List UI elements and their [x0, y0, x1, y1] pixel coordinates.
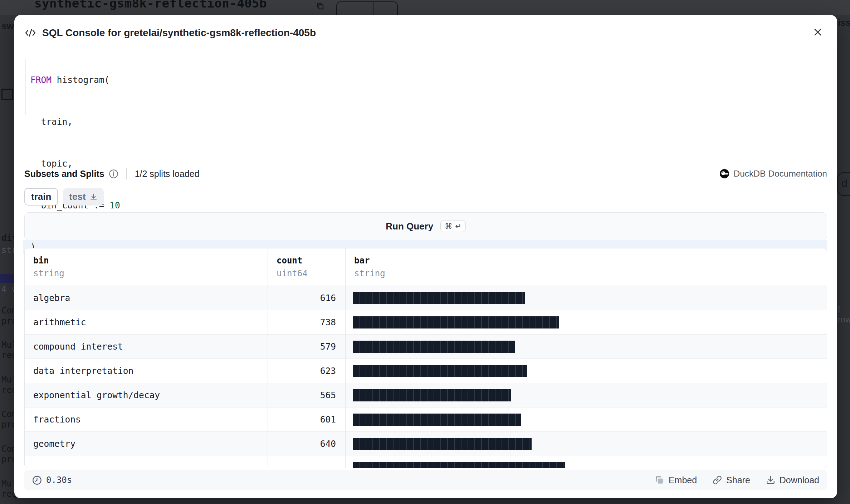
copy-embed-icon — [655, 475, 664, 485]
bar-cell — [346, 286, 827, 310]
background-dataset-title: synthetic-gsm8k-reflection-405b — [34, 0, 267, 10]
bin-cell: fractions — [25, 407, 268, 431]
count-cell: 640 — [268, 432, 346, 456]
sql-keyword: FROM — [30, 75, 52, 85]
enter-key: ↵ — [455, 222, 461, 231]
code-brackets-icon — [24, 28, 36, 38]
copy-icon — [316, 2, 324, 10]
splits-heading: Subsets and Splits — [24, 169, 104, 179]
column-name: bar — [354, 256, 827, 266]
bg-fragment-frow: f row — [838, 305, 850, 325]
bar-cell — [346, 407, 827, 431]
histogram-bar — [353, 316, 559, 328]
sql-editor[interactable]: FROM histogram( train, topic, bin_count … — [23, 45, 827, 282]
split-train-button[interactable]: train — [24, 188, 58, 206]
bar-cell — [346, 432, 827, 456]
split-test-label: test — [69, 191, 86, 202]
duckdb-doc-label: DuckDB Documentation — [734, 169, 827, 179]
column-header-bin[interactable]: bin string — [25, 248, 268, 286]
table-row[interactable]: compound interest579 — [25, 334, 827, 359]
table-row[interactable]: arithmetic738 — [25, 310, 827, 334]
sql-text: histogram( — [52, 75, 109, 85]
bin-cell: geometry — [25, 432, 268, 456]
split-test-button[interactable]: test — [63, 188, 103, 206]
count-cell: 616 — [268, 286, 346, 310]
link-icon — [713, 475, 722, 485]
bg-fragment-d: d — [841, 177, 847, 189]
table-row[interactable]: algebra616 — [25, 286, 827, 310]
vertical-divider — [126, 168, 127, 179]
column-type: uint64 — [277, 268, 345, 278]
sql-number: 10 — [109, 200, 120, 211]
table-body: algebra616arithmetic738compound interest… — [25, 286, 827, 468]
download-icon — [89, 193, 98, 201]
bin-cell: compound interest — [25, 335, 268, 359]
column-name: bin — [33, 256, 268, 266]
modal-title: SQL Console for gretelai/synthetic-gsm8k… — [42, 27, 316, 39]
histogram-bar — [353, 365, 527, 377]
bin-cell: exponential growth/decay — [25, 383, 268, 407]
column-header-bar[interactable]: bar string — [346, 248, 827, 286]
table-row[interactable]: fractions601 — [25, 407, 827, 431]
bg-fragment-issa: issa — [838, 17, 850, 28]
close-button[interactable] — [811, 25, 825, 39]
column-header-count[interactable]: count uint64 — [268, 248, 346, 286]
share-label: Share — [726, 475, 750, 485]
download-label: Download — [780, 475, 819, 485]
like-pill-divider — [373, 1, 373, 15]
sql-line: train, — [23, 115, 827, 129]
column-type: string — [33, 268, 268, 278]
histogram-bar — [353, 414, 521, 426]
histogram-bar — [353, 462, 565, 469]
split-buttons: train test — [24, 188, 104, 206]
count-cell: 601 — [268, 407, 346, 431]
sql-indent-guide — [25, 59, 26, 115]
bin-cell: data interpretation — [25, 359, 268, 383]
table-row[interactable]: exponential growth/decay565 — [25, 383, 827, 407]
count-cell: 623 — [268, 359, 346, 383]
download-icon — [766, 475, 775, 485]
count-cell: 565 — [268, 383, 346, 407]
duckdb-logo-icon — [719, 169, 729, 179]
modal-header: SQL Console for gretelai/synthetic-gsm8k… — [24, 25, 827, 41]
bg-view-icon — [1, 89, 13, 100]
duckdb-doc-link[interactable]: DuckDB Documentation — [719, 169, 827, 179]
splits-row: Subsets and Splits 1/2 splits loaded Duc… — [24, 167, 827, 181]
run-query-label: Run Query — [386, 221, 433, 232]
bin-cell — [25, 456, 268, 468]
sql-line: FROM histogram( — [23, 73, 827, 87]
sql-console-modal: SQL Console for gretelai/synthetic-gsm8k… — [14, 15, 837, 498]
download-button[interactable]: Download — [766, 475, 819, 485]
histogram-bar — [353, 389, 511, 401]
bar-cell — [346, 310, 827, 334]
page-root: synthetic-gsm8k-reflection-405b sw V dif… — [0, 0, 850, 504]
results-footer: 0.30s Embed Share — [24, 470, 827, 490]
bar-cell — [346, 335, 827, 359]
background-topbar: synthetic-gsm8k-reflection-405b — [0, 0, 850, 15]
table-header: bin string count uint64 bar string — [25, 248, 827, 286]
table-row[interactable]: geometry640 — [25, 431, 827, 456]
bar-cell — [346, 383, 827, 407]
embed-label: Embed — [669, 475, 697, 485]
info-icon[interactable] — [109, 169, 118, 179]
count-cell: 738 — [268, 310, 346, 334]
cmd-key: ⌘ — [445, 222, 452, 231]
histogram-bar — [353, 438, 532, 450]
column-type: string — [354, 268, 827, 278]
share-button[interactable]: Share — [713, 475, 750, 485]
duration-value: 0.30s — [46, 475, 72, 485]
table-row[interactable] — [25, 456, 827, 468]
clock-icon — [32, 475, 42, 485]
bar-cell — [346, 456, 827, 468]
bg-fragment-sw: sw — [1, 21, 14, 32]
query-duration: 0.30s — [32, 475, 72, 485]
histogram-bar — [353, 341, 515, 353]
bin-cell: algebra — [25, 286, 268, 310]
run-query-button[interactable]: Run Query ⌘ ↵ — [24, 212, 827, 240]
bin-cell: arithmetic — [25, 310, 268, 334]
keyboard-shortcut-badge: ⌘ ↵ — [440, 221, 466, 232]
table-row[interactable]: data interpretation623 — [25, 359, 827, 383]
count-cell — [268, 456, 346, 468]
like-pill-fragment — [336, 1, 398, 15]
embed-button[interactable]: Embed — [655, 475, 697, 485]
